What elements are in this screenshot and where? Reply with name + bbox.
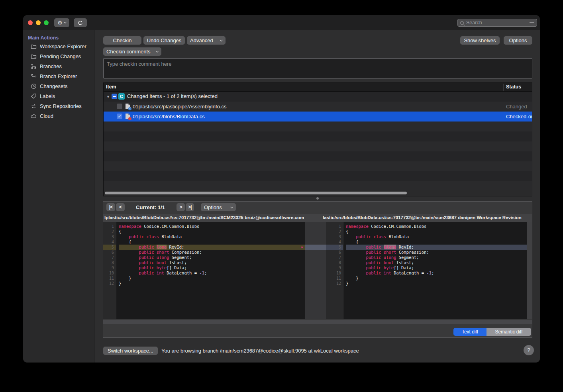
code-line: {: [346, 239, 527, 245]
checkin-comment-input[interactable]: Type checkin comment here: [103, 58, 532, 78]
search-input[interactable]: Search: [457, 19, 537, 27]
switch-workspace-button[interactable]: Switch workspace...: [103, 347, 158, 355]
checkin-comments-dropdown[interactable]: Checkin comments: [103, 47, 161, 56]
code-line: {: [119, 239, 305, 245]
sidebar-item-branch-explorer[interactable]: Branch Explorer: [23, 71, 94, 81]
code-line: public ulong Segment;: [119, 255, 305, 260]
splitter-handle[interactable]: [316, 197, 319, 200]
previous-diff-button[interactable]: <: [116, 203, 125, 211]
left-code-pane[interactable]: namespace Codice.CM.Common.Blobs{ public…: [117, 222, 305, 319]
line-number: 9: [326, 265, 343, 270]
tag-icon: [30, 93, 37, 100]
zoom-window-button[interactable]: [44, 20, 49, 25]
advanced-dropdown[interactable]: Advanced: [187, 36, 226, 45]
next-diff-button[interactable]: >: [177, 203, 185, 211]
file-icon: [124, 103, 131, 110]
line-number: 11: [103, 276, 116, 281]
diff-options-label: Options: [204, 204, 222, 210]
column-header-status[interactable]: Status: [506, 84, 521, 90]
sidebar-item-labels[interactable]: Labels: [23, 91, 94, 101]
file-status-badge-check: [128, 107, 131, 110]
diff-vertical-scrollbar[interactable]: [527, 222, 532, 319]
disclosure-triangle-icon[interactable]: ▼: [106, 95, 110, 99]
last-diff-button[interactable]: >|: [186, 203, 194, 211]
checkin-button[interactable]: Checkin: [103, 36, 141, 45]
group-row-changed-items[interactable]: ▼ C Changed items - 1 of 2 item(s) selec…: [104, 92, 532, 102]
close-window-button[interactable]: [28, 20, 33, 25]
refresh-button[interactable]: [74, 18, 87, 27]
diff-code-area: 123456789101112 namespace Codice.CM.Comm…: [103, 222, 532, 319]
folder-pending-icon: [30, 53, 37, 60]
advanced-dropdown-label: Advanced: [190, 37, 213, 43]
line-number: 10: [103, 270, 116, 276]
sidebar-item-label: Changesets: [40, 83, 67, 89]
column-header-item[interactable]: Item: [106, 84, 116, 90]
code-line: public bool IsLast;: [346, 260, 527, 265]
row-checkbox-checked[interactable]: ✓: [117, 114, 122, 119]
titlebar: ⚙ Search: [23, 15, 540, 30]
sidebar-item-pending-changes[interactable]: Pending Changes: [23, 51, 94, 61]
group-checkbox-indeterminate[interactable]: [112, 94, 117, 99]
line-number: 8: [326, 260, 343, 265]
cloud-icon: [30, 113, 37, 120]
line-number: 5: [326, 245, 343, 250]
show-shelves-button[interactable]: Show shelves: [460, 36, 500, 45]
diff-panel: |< < Current: 1/1 > >| Options lplastic/…: [103, 201, 532, 338]
right-code-pane[interactable]: namespace Codice.CM.Common.Blobs{ public…: [344, 222, 527, 319]
sidebar-item-label: Pending Changes: [40, 53, 81, 59]
empty-table-row: [104, 122, 532, 131]
sidebar-item-workspace-explorer[interactable]: Workspace Explorer: [23, 41, 94, 51]
line-number: 7: [326, 255, 343, 260]
column-divider[interactable]: [503, 84, 504, 91]
code-line: {: [346, 229, 527, 234]
first-diff-button[interactable]: |<: [106, 203, 115, 211]
table-row[interactable]: 01plastic/src/plasticpipe/AssemblyInfo.c…: [104, 102, 532, 112]
line-number: 9: [103, 265, 116, 270]
table-row[interactable]: ✓01plastic/src/blobs/BlobData.csChecked-…: [104, 112, 532, 122]
line-number: 12: [326, 281, 343, 286]
minimize-window-button[interactable]: [36, 20, 41, 25]
sidebar-item-label: Sync Repositories: [40, 103, 82, 109]
sidebar-item-label: Labels: [40, 93, 55, 99]
code-line: public bool IsLast;: [119, 260, 305, 265]
overflow-change-marker: »: [301, 245, 303, 250]
sidebar-item-cloud[interactable]: Cloud: [23, 111, 94, 121]
checkin-comments-label: Checkin comments: [106, 49, 151, 55]
search-icon: [460, 21, 464, 25]
gear-icon: ⚙: [57, 20, 63, 26]
text-diff-button[interactable]: Text diff: [453, 328, 486, 336]
sidebar-item-branches[interactable]: Branches: [23, 61, 94, 71]
right-line-number-gutter: 123456789101112: [326, 222, 343, 319]
options-button[interactable]: Options: [504, 36, 532, 45]
sidebar-item-label: Cloud: [40, 113, 53, 119]
search-field-dash: [530, 22, 534, 23]
chevron-down-icon: [64, 21, 67, 24]
code-line: public int DataLength = -1;: [346, 270, 527, 276]
semantic-diff-button[interactable]: Semantic diff: [486, 328, 531, 336]
table-scrollbar-thumb[interactable]: [105, 192, 407, 194]
sidebar-item-sync-repositories[interactable]: Sync Repositories: [23, 101, 94, 111]
branches-icon: [30, 63, 37, 70]
table-horizontal-scrollbar[interactable]: [104, 190, 532, 196]
undo-changes-button[interactable]: Undo Changes: [143, 36, 185, 45]
main-content: Checkin Undo Changes Advanced Show shelv…: [94, 30, 540, 363]
code-line: public ulong Segment;: [346, 255, 527, 260]
sidebar-item-label: Workspace Explorer: [40, 43, 86, 49]
code-line: public short Compression;: [119, 250, 305, 255]
left-line-number-gutter: 123456789101112: [103, 222, 116, 319]
code-line: public byte[] Data;: [119, 265, 305, 270]
empty-table-row: [104, 171, 532, 181]
line-number: 2: [103, 229, 116, 234]
chevron-down-icon: [230, 205, 233, 208]
diff-horizontal-scrollbar[interactable]: [103, 320, 532, 324]
row-checkbox-unchecked[interactable]: [117, 104, 122, 109]
sidebar-item-changesets[interactable]: Changesets: [23, 81, 94, 91]
settings-menu-button[interactable]: ⚙: [54, 18, 69, 27]
file-path: 01plastic/src/blobs/BlobData.cs: [133, 114, 205, 120]
chevron-down-icon: [156, 50, 159, 53]
empty-table-row: [104, 131, 532, 141]
empty-table-row: [104, 161, 532, 171]
diff-options-dropdown[interactable]: Options: [201, 203, 236, 211]
line-number: 11: [326, 276, 343, 281]
help-button[interactable]: ?: [524, 345, 534, 355]
